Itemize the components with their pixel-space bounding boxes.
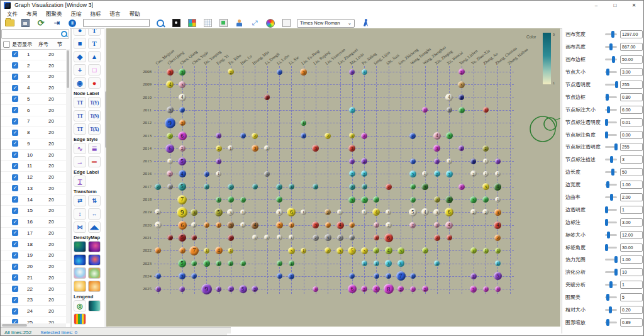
- slider-thumb[interactable]: [607, 232, 610, 238]
- fit-view-button[interactable]: ⤢: [250, 19, 260, 28]
- graph-node[interactable]: 6: [348, 284, 357, 293]
- row-checkbox[interactable]: ✓: [12, 152, 18, 158]
- menu-item-6[interactable]: 语言: [110, 10, 121, 18]
- graph-node[interactable]: 4: [421, 208, 429, 216]
- slider-track[interactable]: [605, 171, 617, 173]
- graph-node[interactable]: 1: [216, 222, 221, 228]
- graph-node[interactable]: 2: [397, 286, 404, 292]
- graph-node[interactable]: 1: [495, 248, 501, 254]
- graph-node[interactable]: 7: [396, 271, 406, 281]
- graph-node[interactable]: 3: [361, 247, 368, 254]
- graph-node[interactable]: 1: [240, 210, 246, 215]
- graph-node[interactable]: 1: [264, 171, 270, 177]
- circle-ring-tool[interactable]: ◉: [74, 77, 86, 89]
- graph-node[interactable]: 1: [264, 94, 270, 100]
- edge-dashed-style[interactable]: ≣: [88, 143, 101, 154]
- graph-node[interactable]: 6: [384, 233, 393, 242]
- slider-thumb[interactable]: [610, 194, 613, 201]
- slider-track[interactable]: [605, 209, 617, 211]
- graph-node[interactable]: 2: [470, 273, 477, 279]
- graph-node[interactable]: 1: [495, 171, 501, 177]
- graph-node[interactable]: 1: [252, 235, 258, 240]
- graph-node[interactable]: 3: [470, 196, 477, 203]
- red-circle-tool[interactable]: ●: [88, 77, 101, 89]
- slider-track[interactable]: [605, 109, 617, 111]
- row-checkbox[interactable]: ✓: [12, 174, 18, 181]
- graph-node[interactable]: 1: [277, 260, 282, 266]
- table-row[interactable]: ✓1520: [1, 206, 66, 217]
- slider-thumb[interactable]: [607, 106, 610, 113]
- table-row[interactable]: ✓2020: [1, 261, 66, 272]
- slider-value-input[interactable]: 1: [620, 281, 643, 289]
- graph-node[interactable]: 1: [447, 107, 452, 113]
- graph-node[interactable]: 1: [179, 107, 185, 113]
- slider-value-input[interactable]: 30.00: [620, 244, 643, 252]
- graph-node[interactable]: 1: [470, 159, 476, 164]
- table-row[interactable]: ✓220: [1, 60, 66, 72]
- graph-canvas[interactable]: 2008200920102011201220132014201520162017…: [106, 28, 560, 327]
- slider-track[interactable]: [605, 184, 617, 186]
- graph-node[interactable]: 1: [483, 286, 489, 292]
- graph-node[interactable]: 2: [252, 133, 258, 139]
- slider-track[interactable]: [605, 121, 617, 123]
- graph-node[interactable]: 1: [483, 107, 489, 113]
- graph-node[interactable]: 2: [276, 196, 282, 203]
- ellipse-tool[interactable]: ●: [74, 28, 86, 36]
- graph-node[interactable]: 3: [446, 171, 453, 177]
- graph-node[interactable]: 2: [179, 145, 186, 152]
- graph-node[interactable]: 2: [276, 184, 282, 190]
- rect-outline-tool[interactable]: □: [88, 64, 101, 76]
- graph-node[interactable]: 1: [167, 184, 173, 189]
- graph-node[interactable]: 3: [203, 260, 210, 267]
- table-row[interactable]: ✓620: [1, 105, 66, 116]
- open-button[interactable]: [4, 19, 14, 28]
- export-button[interactable]: [281, 19, 291, 28]
- refresh-button[interactable]: ⟳: [36, 19, 46, 28]
- slider-thumb[interactable]: [609, 281, 613, 288]
- graph-node[interactable]: 1: [362, 184, 367, 189]
- slider-value-input[interactable]: 3.00: [620, 68, 643, 76]
- graph-node[interactable]: 1: [191, 222, 197, 228]
- slider-value-input[interactable]: 0.00: [620, 131, 643, 139]
- graph-node[interactable]: 1: [264, 235, 270, 240]
- graph-node[interactable]: 1: [277, 273, 282, 279]
- graph-node[interactable]: 3: [421, 183, 428, 190]
- graph-node[interactable]: 2: [361, 171, 367, 177]
- slider-track[interactable]: [605, 309, 617, 311]
- node-label-tt-3[interactable]: TT: [74, 123, 86, 135]
- row-checkbox[interactable]: ✓: [12, 297, 18, 303]
- graph-node[interactable]: 2: [434, 196, 440, 203]
- plus-tool[interactable]: +: [74, 64, 86, 76]
- graph-node[interactable]: 5: [178, 182, 186, 191]
- table-row[interactable]: ✓1420: [1, 194, 66, 206]
- graph-node[interactable]: 4: [445, 221, 453, 229]
- toolbar-search-input[interactable]: [83, 19, 150, 27]
- edge-double-style[interactable]: ═: [88, 156, 101, 167]
- table-row[interactable]: ✓420: [1, 82, 66, 94]
- graph-node[interactable]: 4: [494, 221, 501, 229]
- graph-node[interactable]: 1: [167, 235, 173, 240]
- slider-track[interactable]: [605, 271, 617, 273]
- graph-node[interactable]: 1: [374, 235, 379, 240]
- node-label-tt-2[interactable]: TT: [74, 110, 86, 121]
- graph-node[interactable]: 3: [446, 132, 453, 139]
- triangle-tool[interactable]: ▲: [88, 51, 101, 62]
- slider-value-input[interactable]: 2.00: [620, 193, 643, 201]
- textbox-tool[interactable]: T: [88, 38, 101, 49]
- graph-node[interactable]: 1: [374, 222, 379, 228]
- menu-item-3[interactable]: 图聚类: [46, 10, 62, 18]
- node-label-tt-1[interactable]: TT: [74, 97, 86, 108]
- graph-node[interactable]: 1: [337, 210, 343, 215]
- table-row[interactable]: ✓720: [1, 116, 66, 128]
- graph-node[interactable]: 4: [494, 183, 501, 191]
- transform-h-expand[interactable]: ↔: [88, 208, 101, 220]
- graph-node[interactable]: 2: [155, 209, 161, 215]
- legend-stripes-button[interactable]: [74, 313, 86, 325]
- graph-node[interactable]: 2: [349, 171, 355, 177]
- graph-node[interactable]: 1: [191, 260, 197, 266]
- graph-node[interactable]: 1: [447, 235, 452, 240]
- table-row[interactable]: ✓2320: [1, 295, 66, 306]
- graph-node[interactable]: 4: [445, 94, 453, 101]
- row-checkbox[interactable]: ✓: [12, 286, 18, 292]
- slider-value-input[interactable]: 12.00: [620, 231, 643, 239]
